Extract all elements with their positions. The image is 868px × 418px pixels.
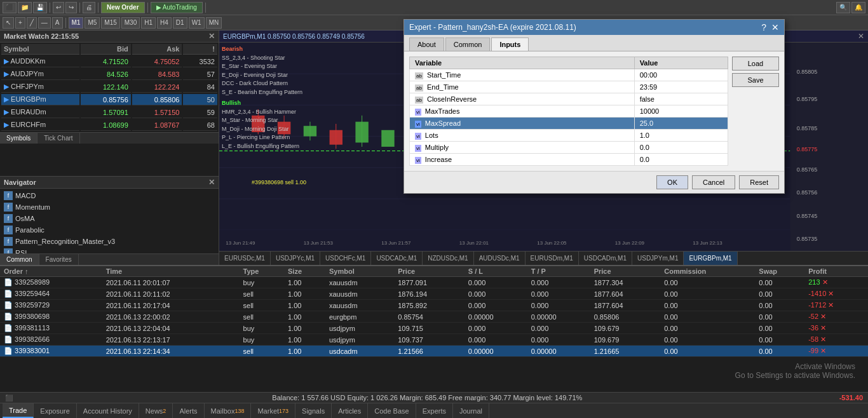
param-val-cell[interactable]: 10000: [634, 105, 728, 118]
save-btn-dialog[interactable]: Save: [732, 73, 779, 87]
dialog-tab-common[interactable]: Common: [445, 37, 491, 51]
bottom-tab-news[interactable]: News2: [139, 403, 173, 418]
chart-close[interactable]: ✕: [858, 32, 864, 41]
ok-btn[interactable]: OK: [656, 175, 688, 189]
tf-h1[interactable]: H1: [141, 17, 156, 29]
param-val-cell[interactable]: 0.0: [634, 142, 728, 154]
tf-m5[interactable]: M5: [85, 17, 100, 29]
nav-item[interactable]: fPattern_Recognition_Master_v3: [1, 236, 217, 247]
chart-tab-8[interactable]: USDJPYm,M1: [632, 252, 684, 265]
new-order-btn[interactable]: New Order: [101, 2, 145, 13]
param-val-cell[interactable]: 23:59: [634, 81, 728, 93]
price2-cell: 1877.604: [590, 300, 661, 311]
bottom-tab-alerts[interactable]: Alerts: [173, 403, 204, 418]
param-val-cell[interactable]: 1.0: [634, 130, 728, 142]
table-row[interactable]: 📄 339259464 2021.06.11 20:11:02 sell 1.0…: [0, 288, 868, 300]
tf-mn[interactable]: MN: [206, 17, 222, 29]
alerts-btn[interactable]: 🔔: [851, 2, 865, 13]
table-row[interactable]: 📄 339259729 2021.06.11 20:17:04 sell 1.0…: [0, 300, 868, 311]
market-row[interactable]: ▶ EURAUDm 1.57091 1.57150 59: [1, 107, 217, 118]
table-row[interactable]: 📄 399382666 2021.06.13 22:13:17 buy 1.00…: [0, 334, 868, 346]
market-watch-close[interactable]: ✕: [208, 32, 215, 41]
search-btn[interactable]: 🔍: [836, 2, 850, 13]
dialog-tab-about[interactable]: About: [409, 37, 444, 51]
table-row[interactable]: 📄 399381113 2021.06.13 22:04:04 buy 1.00…: [0, 323, 868, 334]
chart-tab-6[interactable]: EURUSDm,M1: [526, 252, 579, 265]
nav-item[interactable]: fMACD: [1, 190, 217, 201]
print-btn[interactable]: 🖨: [83, 2, 95, 13]
market-row[interactable]: ▶ AUDJPYm 84.526 84.583 57: [1, 69, 217, 80]
nav-item[interactable]: fOsMA: [1, 213, 217, 224]
params-row[interactable]: ab End_Time 23:59: [410, 81, 728, 93]
nav-tab-favorites[interactable]: Favorites: [39, 254, 79, 265]
params-row[interactable]: vi Lots 1.0: [410, 130, 728, 142]
market-row[interactable]: ▶ EURCHFm 1.08699 1.08767 68: [1, 119, 217, 131]
tf-m30[interactable]: M30: [121, 17, 140, 29]
dialog-tab-inputs[interactable]: Inputs: [491, 37, 529, 51]
market-row[interactable]: ▶ CHFJPYm 122.140 122.224 84: [1, 81, 217, 93]
bottom-tab-experts[interactable]: Experts: [416, 403, 453, 418]
cursor-btn[interactable]: ↖: [3, 17, 14, 29]
chart-tab-3[interactable]: USDCADc,M1: [371, 252, 423, 265]
chart-tab-1[interactable]: USDJPYc,M1: [271, 252, 320, 265]
nav-item[interactable]: fParabolic: [1, 224, 217, 236]
bottom-tab-articles[interactable]: Articles: [332, 403, 368, 418]
params-row[interactable]: vi Increase 0.0: [410, 154, 728, 166]
tf-h4[interactable]: H4: [157, 17, 172, 29]
dialog-help-btn[interactable]: ?: [761, 22, 766, 32]
load-btn[interactable]: Load: [732, 57, 779, 71]
undo-btn[interactable]: ↩: [53, 2, 64, 13]
bottom-tab-signals[interactable]: Signals: [295, 403, 332, 418]
chart-tab-4[interactable]: NZDUSDc,M1: [423, 252, 473, 265]
dialog-close-btn[interactable]: ✕: [771, 22, 779, 32]
bottom-tab-code-base[interactable]: Code Base: [368, 403, 416, 418]
chart-tab-5[interactable]: AUDUSDc,M1: [474, 252, 526, 265]
chart-tab-2[interactable]: USDCHFc,M1: [320, 252, 371, 265]
params-row[interactable]: vi MaxTrades 10000: [410, 105, 728, 118]
nav-tab-common[interactable]: Common: [0, 254, 39, 265]
params-row[interactable]: vi Multiply 0.0: [410, 142, 728, 154]
text-btn[interactable]: A: [52, 17, 63, 29]
param-val-cell[interactable]: 00:00: [634, 69, 728, 81]
nav-item[interactable]: fMomentum: [1, 201, 217, 213]
save-btn[interactable]: 💾: [33, 2, 47, 13]
bottom-tab-journal[interactable]: Journal: [453, 403, 489, 418]
nav-item[interactable]: fRSI: [1, 247, 217, 253]
redo-btn[interactable]: ↪: [65, 2, 77, 13]
autotrading-btn[interactable]: ▶ AutoTrading: [151, 2, 203, 13]
chart-tab-0[interactable]: EURUSDc,M1: [219, 252, 271, 265]
market-row[interactable]: ▶ EURGBPm 0.85756 0.85806 50: [1, 94, 217, 105]
table-row[interactable]: 📄 339383001 2021.06.13 22:14:34 sell 1.0…: [0, 346, 868, 357]
navigator-close[interactable]: ✕: [208, 178, 215, 187]
table-row[interactable]: 📄 339258989 2021.06.11 20:01:07 buy 1.00…: [0, 277, 868, 288]
bottom-tab-account-history[interactable]: Account History: [77, 403, 139, 418]
market-row[interactable]: ▶ AUDDKKm 4.71520 4.75052 3532: [1, 56, 217, 67]
param-val-cell[interactable]: 0.0: [634, 154, 728, 166]
line-btn[interactable]: ╱: [27, 17, 37, 29]
chart-tab-7[interactable]: USDCADm,M1: [579, 252, 632, 265]
params-row[interactable]: ab CloseInReverse false: [410, 93, 728, 105]
chart-tab-9[interactable]: EURGBPm,M1: [684, 252, 737, 265]
bottom-tab-trade[interactable]: Trade: [3, 403, 34, 418]
bottom-tab-mailbox[interactable]: Mailbox138: [205, 403, 252, 418]
hline-btn[interactable]: —: [38, 17, 51, 29]
open-btn[interactable]: 📁: [18, 2, 32, 13]
new-chart-btn[interactable]: ⬛: [3, 2, 17, 13]
tf-d1[interactable]: D1: [173, 17, 187, 29]
bottom-tab-market[interactable]: Market173: [251, 403, 295, 418]
cancel-btn[interactable]: Cancel: [692, 175, 735, 189]
terminal-scroll[interactable]: Order ↑ Time Type Size Symbol Price S / …: [0, 266, 868, 392]
crosshair-btn[interactable]: +: [15, 17, 25, 29]
tf-w1[interactable]: W1: [189, 17, 205, 29]
reset-btn[interactable]: Reset: [739, 175, 779, 189]
tab-symbols[interactable]: Symbols: [0, 133, 37, 144]
table-row[interactable]: 📄 399380698 2021.06.13 22:00:02 sell 1.0…: [0, 311, 868, 323]
param-val-cell[interactable]: false: [634, 93, 728, 105]
tf-m15[interactable]: M15: [101, 17, 119, 29]
params-row[interactable]: ab Start_Time 00:00: [410, 69, 728, 81]
bottom-tab-exposure[interactable]: Exposure: [34, 403, 76, 418]
tab-tick-chart[interactable]: Tick Chart: [37, 133, 79, 144]
tf-m1[interactable]: M1: [69, 17, 84, 29]
params-row[interactable]: vi MaxSpread 25.0: [410, 118, 728, 130]
param-val-cell[interactable]: 25.0: [634, 118, 728, 130]
